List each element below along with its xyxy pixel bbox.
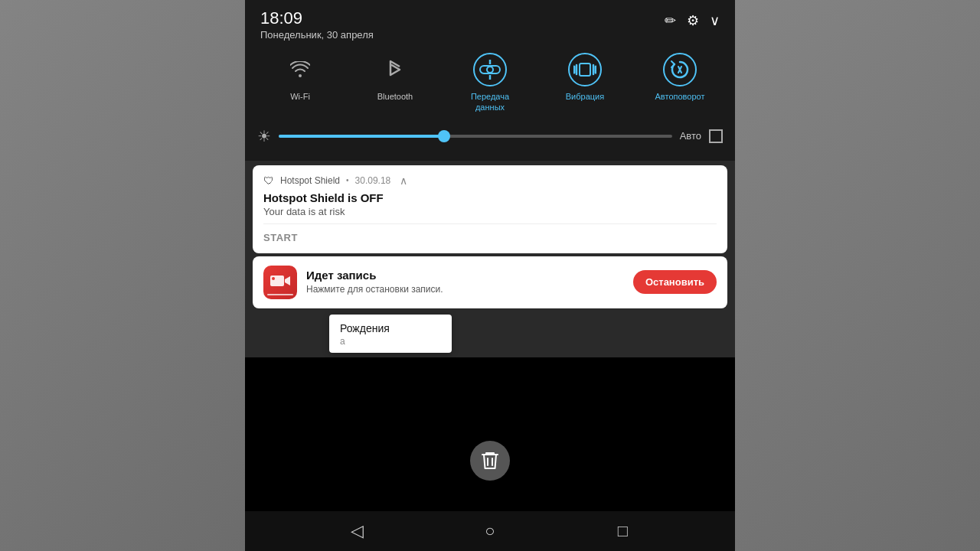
notif-body: Your data is at risk [263,206,717,217]
svg-point-1 [487,67,493,73]
autocomplete-popup: Рождения а [329,315,452,353]
brightness-row: ☀ Авто [245,124,735,155]
hotspot-notification[interactable]: 🛡 Hotspot Shield • 30.09.18 ∧ Hotspot Sh… [253,165,727,253]
brightness-thumb[interactable] [438,130,450,142]
recording-app-icon [263,266,297,299]
notif-title: Hotspot Shield is OFF [263,191,717,204]
brightness-slider[interactable] [279,135,672,138]
phone-screen: 18:09 Понедельник, 30 апреля ✏ ⚙ ∨ [245,0,735,551]
toggle-autorotate[interactable]: Автоповорот [645,53,714,113]
brightness-auto-checkbox[interactable] [709,129,723,143]
delete-button[interactable] [470,441,510,481]
recording-title: Идет запись [306,269,624,282]
vibration-icon [568,53,602,86]
shield-icon: 🛡 [263,174,274,187]
autorotate-icon [663,53,697,86]
data-transfer-icon [473,53,507,86]
toggle-wifi[interactable]: Wi-Fi [266,53,335,113]
edit-icon-button[interactable]: ✏ [665,12,676,29]
wifi-icon [283,53,317,86]
bluetooth-label: Bluetooth [377,91,413,102]
brightness-fill [279,135,444,138]
home-button[interactable]: ○ [473,514,507,548]
notification-panel: 18:09 Понедельник, 30 апреля ✏ ⚙ ∨ [245,0,735,161]
toggle-vibration[interactable]: Вибрация [550,53,619,113]
autocomplete-item-2[interactable]: а [340,336,441,347]
recording-notification[interactable]: Идет запись Нажмите для остановки записи… [253,256,727,308]
toggle-bluetooth[interactable]: Bluetooth [361,53,430,113]
recording-body: Нажмите для остановки записи. [306,283,624,296]
svg-rect-4 [580,64,590,76]
brightness-auto-label: Авто [680,130,701,142]
recording-content: Идет запись Нажмите для остановки записи… [306,269,624,296]
settings-icon-button[interactable]: ⚙ [687,12,699,29]
notif-app-name: Hotspot Shield [280,175,340,186]
quick-toggles-row: Wi-Fi Bluetooth [245,45,735,124]
right-panel [735,0,980,551]
navigation-bar: ◁ ○ □ [245,511,735,551]
notif-expand-icon[interactable]: ∧ [400,174,407,187]
status-time: 18:09 [260,9,374,28]
bottom-area [245,357,735,511]
stop-recording-button[interactable]: Остановить [633,270,717,294]
svg-rect-11 [270,276,284,286]
back-button[interactable]: ◁ [341,514,374,548]
status-icons: ✏ ⚙ ∨ [665,9,720,29]
recents-button[interactable]: □ [606,514,639,548]
notif-header: 🛡 Hotspot Shield • 30.09.18 ∧ [263,174,717,187]
wifi-label: Wi-Fi [290,91,310,102]
vibration-label: Вибрация [566,91,604,102]
autocomplete-item-1[interactable]: Рождения [340,321,441,336]
autorotate-label: Автоповорот [655,91,705,102]
collapse-icon-button[interactable]: ∨ [710,12,720,29]
status-bar: 18:09 Понедельник, 30 апреля ✏ ⚙ ∨ [245,0,735,45]
data-label: Передача данных [456,91,524,113]
toggle-data[interactable]: Передача данных [456,53,524,113]
svg-point-12 [272,277,275,280]
notif-divider [263,223,717,224]
start-button[interactable]: START [263,232,298,243]
status-left: 18:09 Понедельник, 30 апреля [260,9,374,41]
notif-time: 30.09.18 [355,175,391,186]
brightness-icon: ☀ [257,127,271,145]
bluetooth-icon [378,53,412,86]
status-date: Понедельник, 30 апреля [260,29,374,41]
notifications-area: 🛡 Hotspot Shield • 30.09.18 ∧ Hotspot Sh… [245,161,735,357]
left-panel [0,0,245,551]
